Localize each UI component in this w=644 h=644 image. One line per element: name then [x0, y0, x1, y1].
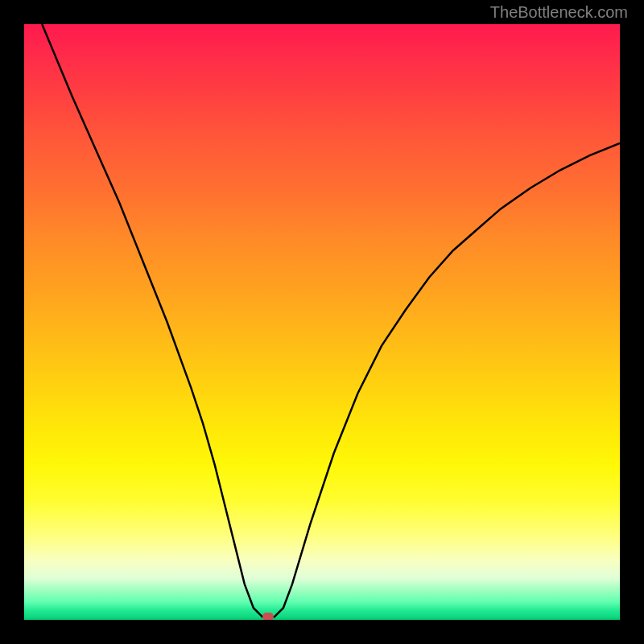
- minimum-marker: [262, 613, 274, 620]
- bottleneck-curve: [24, 24, 620, 620]
- attribution-text: TheBottleneck.com: [490, 3, 628, 22]
- plot-area: [24, 24, 620, 620]
